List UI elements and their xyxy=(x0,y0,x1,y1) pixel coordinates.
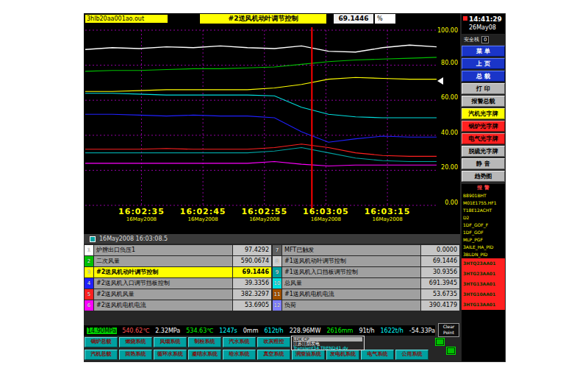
legend-value: 69.1446 xyxy=(421,256,459,266)
menu-button[interactable]: 润滑油系统 xyxy=(292,350,325,360)
sidebar-button[interactable]: 菜 单 xyxy=(462,46,505,57)
y-axis-label: 40.00 xyxy=(441,130,458,136)
legend-row[interactable]: 6#2送风机电机电流53.6905 xyxy=(85,300,271,311)
status-value: 228.96MW xyxy=(289,328,322,334)
legend-row[interactable]: 2二次风量590.0674 xyxy=(85,256,271,266)
status-value: 14.90MPa xyxy=(87,328,117,334)
alarm-item[interactable]: MLP_PGF xyxy=(462,236,505,244)
sidebar-button[interactable]: 打 印 xyxy=(462,83,505,94)
alarm-item[interactable]: 1DF_GOF xyxy=(462,229,505,236)
menu-button[interactable]: 公用系统 xyxy=(395,350,429,360)
legend-row[interactable]: 5#2送风机风量382.3297 xyxy=(85,289,271,300)
x-axis-tick: 16:02:3516May2008 xyxy=(108,207,174,222)
screen-shortcut-icon[interactable] xyxy=(435,338,445,346)
menu-button[interactable]: 真空系统 xyxy=(257,350,290,360)
sidebar-button[interactable]: 电气光字牌 xyxy=(462,133,505,144)
alarm-item[interactable]: 3HTG13AA01 xyxy=(462,279,505,289)
cursor-info-row: 16May2008 16:03:08.5 xyxy=(84,234,460,244)
sidebar-button[interactable]: 总 貌 xyxy=(462,71,505,82)
safety-stack-label: 安全栈 xyxy=(464,36,479,43)
alarm-list-header: 报 警 xyxy=(462,184,505,192)
sidebar-button[interactable]: 锅炉光字牌 xyxy=(462,121,505,132)
clear-point-label-2: Point xyxy=(439,330,459,336)
y-axis-label: 60.00 xyxy=(441,94,458,101)
legend-label: #2送风机动叶调节控制 xyxy=(94,267,232,277)
menu-button[interactable]: 锅炉总貌 xyxy=(85,337,118,347)
legend-row[interactable]: 8#1送风机动叶调节控制69.1446 xyxy=(273,256,459,266)
y-axis-label: 20.00 xyxy=(441,164,458,171)
legend-value: 590.0674 xyxy=(233,256,271,266)
menu-button[interactable]: 汽机总貌 xyxy=(85,350,118,360)
legend-row[interactable]: 10总风量691.3945 xyxy=(273,278,459,289)
alarm-item[interactable]: 3AILE_HA_PID xyxy=(462,244,505,251)
alarm-item[interactable]: 1DF_GOF_F xyxy=(462,222,505,229)
menu-button[interactable]: 回热系统 xyxy=(119,350,152,360)
legend-row[interactable]: 11#1送风机电机电流53.6735 xyxy=(273,289,459,300)
trend-chart: 100.0080.0060.0040.0020.000.00 16:02:351… xyxy=(84,24,460,234)
legend-label: #2送风机入口调节挡板控制 xyxy=(94,278,232,289)
alarm-item[interactable]: 3HTG10AA01 xyxy=(462,289,505,300)
alarm-item[interactable]: T18E12ACHT xyxy=(462,207,505,214)
alarm-item[interactable]: 3HTQ23AA01 xyxy=(462,258,505,269)
sidebar-button[interactable]: 趋势图 xyxy=(462,171,505,182)
menu-button[interactable]: 电气系统 xyxy=(361,350,394,360)
clear-point-button[interactable]: Clear Point xyxy=(438,323,459,337)
menu-button[interactable]: 循环水系统 xyxy=(154,350,187,360)
point-tag-field[interactable]: 3hlb20aa001ao.out xyxy=(85,15,168,23)
menu-button[interactable]: 汽水系统 xyxy=(223,337,256,347)
pen-color-swatch: 12 xyxy=(273,300,282,311)
tick-time: 16:02:55 xyxy=(232,207,298,216)
trend-line-1 xyxy=(85,45,437,52)
x-axis-tick: 16:02:5516May2008 xyxy=(232,207,298,222)
menu-button[interactable]: 吹灰程控 xyxy=(257,337,290,347)
menu-button[interactable]: 制粉系统 xyxy=(188,337,221,347)
legend-row[interactable]: 9#1送风机入口挡板调节控制30.9356 xyxy=(273,267,459,277)
legend-row[interactable]: 3#2送风机动叶调节控制69.1446 xyxy=(85,267,271,277)
legend-label: #1送风机入口挡板调节控制 xyxy=(282,267,420,277)
menu-button[interactable]: 凝结水系统 xyxy=(188,350,221,360)
sidebar-button[interactable]: 静 音 xyxy=(462,158,505,169)
clock-time: 14:41:29 xyxy=(469,15,502,23)
sidebar-button[interactable]: 脱硫光字牌 xyxy=(462,146,505,157)
alarm-item[interactable]: M01E1755.HF1 xyxy=(462,199,505,207)
legend-label: #2送风机电机电流 xyxy=(94,300,232,311)
tick-time: 16:03:15 xyxy=(354,207,420,216)
status-bar: 14.90MPa540.62℃2.32MPa534.63℃1247s0mm612… xyxy=(84,325,435,336)
sidebar-button[interactable]: 汽机光字牌 xyxy=(462,108,505,119)
legend-row[interactable]: 4#2送风机入口调节挡板控制39.3356 xyxy=(85,278,271,289)
tick-time: 16:03:05 xyxy=(293,207,359,216)
menu-button[interactable]: 给水系统 xyxy=(223,350,256,360)
menu-button[interactable]: 燃烧系统 xyxy=(119,337,152,347)
scale-marker-icon xyxy=(437,77,443,85)
alarm-item[interactable]: 3BLDN_PID xyxy=(462,251,505,258)
legend-row[interactable]: 12负荷390.4179 xyxy=(273,300,459,311)
y-axis-label: 0.00 xyxy=(445,199,458,206)
alarm-item[interactable]: 3HTG23AA01 xyxy=(462,269,505,279)
tick-date: 16May2008 xyxy=(354,216,420,222)
status-value: 1247s xyxy=(218,328,238,334)
trend-plot-area xyxy=(85,27,437,208)
legend-value: 69.1446 xyxy=(233,267,271,277)
legend-label: #1送风机动叶调节控制 xyxy=(282,256,420,266)
alarm-item[interactable]: 3HTG13AA01 xyxy=(462,300,505,310)
sidebar-button[interactable]: 上 页 xyxy=(462,58,505,69)
tick-date: 16May2008 xyxy=(232,216,298,222)
trend-line-3 xyxy=(85,77,437,91)
legend-value: 97.4292 xyxy=(233,245,271,255)
legend-value: 53.6905 xyxy=(233,300,271,311)
screen-shortcut-icon[interactable] xyxy=(446,347,456,355)
legend-value: 691.3945 xyxy=(421,278,459,289)
alarm-item[interactable]: D2 xyxy=(462,214,505,222)
sidebar-button[interactable]: 报警总貌 xyxy=(462,96,505,107)
status-value: -54.33Pa xyxy=(409,328,435,334)
menu-button[interactable]: 发电机系统 xyxy=(326,350,359,360)
menu-button[interactable]: 风烟系统 xyxy=(154,337,187,347)
legend-row[interactable]: 1炉膛出口负压197.4292 xyxy=(85,245,271,255)
alarm-item[interactable]: B8901BHT xyxy=(462,192,505,199)
pen-color-swatch: 3 xyxy=(85,267,93,277)
legend-value: 30.9356 xyxy=(421,267,459,277)
tick-time: 16:02:35 xyxy=(108,207,174,216)
legend-value: 0.0000 xyxy=(421,245,459,255)
legend-label: #2送风机风量 xyxy=(94,289,232,300)
legend-row[interactable]: 7MFT已触发0.0000 xyxy=(273,245,459,255)
